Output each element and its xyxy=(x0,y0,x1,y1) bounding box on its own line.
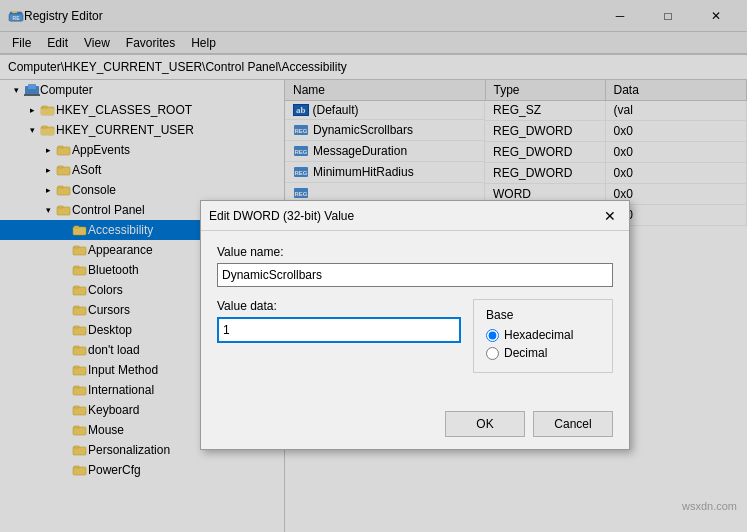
dialog-data-row: Value data: Base Hexadecimal Decimal xyxy=(217,299,613,373)
value-data-label: Value data: xyxy=(217,299,461,313)
value-data-input[interactable] xyxy=(217,317,461,343)
base-group: Base Hexadecimal Decimal xyxy=(473,299,613,373)
edit-dword-dialog: Edit DWORD (32-bit) Value ✕ Value name: … xyxy=(200,200,630,450)
cancel-button[interactable]: Cancel xyxy=(533,411,613,437)
dialog-title: Edit DWORD (32-bit) Value xyxy=(209,209,599,223)
radio-decimal-label: Decimal xyxy=(504,346,547,360)
radio-decimal-input[interactable] xyxy=(486,347,499,360)
radio-hex-label: Hexadecimal xyxy=(504,328,573,342)
value-name-input[interactable] xyxy=(217,263,613,287)
radio-hex-input[interactable] xyxy=(486,329,499,342)
value-name-label: Value name: xyxy=(217,245,613,259)
ok-button[interactable]: OK xyxy=(445,411,525,437)
dialog-body: Value name: Value data: Base Hexadecimal xyxy=(201,231,629,403)
dialog-footer: OK Cancel xyxy=(201,403,629,449)
value-data-wrap: Value data: xyxy=(217,299,461,373)
dialog-titlebar: Edit DWORD (32-bit) Value ✕ xyxy=(201,201,629,231)
dialog-close-button[interactable]: ✕ xyxy=(599,205,621,227)
radio-decimal[interactable]: Decimal xyxy=(486,346,600,360)
modal-overlay: Edit DWORD (32-bit) Value ✕ Value name: … xyxy=(0,0,747,532)
radio-hexadecimal[interactable]: Hexadecimal xyxy=(486,328,600,342)
base-label: Base xyxy=(486,308,600,322)
